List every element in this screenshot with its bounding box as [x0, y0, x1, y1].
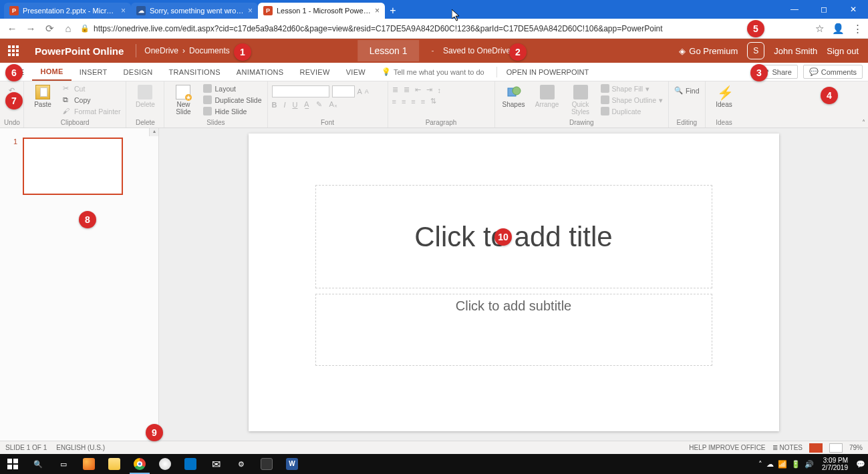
url-input[interactable]: [94, 24, 810, 33]
chrome-taskbar[interactable]: [127, 454, 152, 474]
indent-increase-button[interactable]: ⇥: [426, 85, 432, 94]
slide-thumbnails-pane[interactable]: ▴ 1: [0, 128, 159, 441]
shape-fill-button[interactable]: Shape Fill ▾: [599, 83, 665, 93]
duplicate-slide-button[interactable]: Duplicate Slide: [202, 95, 263, 105]
tab-transitions[interactable]: TRANSITIONS: [161, 63, 229, 81]
text-direction-button[interactable]: ↕: [438, 86, 442, 94]
underline-button[interactable]: U: [293, 101, 298, 109]
tell-me-search[interactable]: 💡 Tell me what you want to do: [374, 67, 492, 76]
mail-taskbar[interactable]: ✉: [203, 454, 229, 474]
task-view-button[interactable]: ▭: [51, 454, 76, 474]
align-right-button[interactable]: ≡: [411, 97, 415, 105]
word-taskbar[interactable]: W: [279, 454, 305, 474]
settings-taskbar[interactable]: ⚙: [229, 454, 254, 474]
normal-view-button[interactable]: [809, 443, 823, 453]
language-indicator[interactable]: ENGLISH (U.S.): [56, 444, 105, 451]
duplicate-button[interactable]: Duplicate: [599, 106, 665, 116]
find-button[interactable]: 🔍Find: [673, 85, 700, 95]
app-launcher-button[interactable]: [0, 39, 27, 63]
collapse-ribbon-button[interactable]: ˄: [862, 119, 865, 126]
copy-button[interactable]: ⧉Copy: [61, 95, 122, 105]
browser-tab-3[interactable]: P Lesson 1 - Microsoft PowerPoint ×: [258, 3, 385, 19]
cut-button[interactable]: ✂Cut: [61, 83, 122, 93]
home-button[interactable]: ⌂: [61, 23, 75, 34]
profile-icon[interactable]: 👤: [832, 23, 845, 35]
indent-decrease-button[interactable]: ⇤: [415, 85, 421, 94]
new-slide-button[interactable]: ★ New Slide: [168, 83, 198, 115]
subtitle-placeholder[interactable]: Click to add subtitle: [315, 294, 712, 366]
volume-tray-icon[interactable]: 🔊: [805, 460, 814, 469]
close-window-button[interactable]: ✕: [839, 0, 868, 19]
browser-tab-2[interactable]: ☁ Sorry, something went wrong - C ×: [131, 3, 258, 19]
action-center-icon[interactable]: 💬: [856, 460, 865, 469]
search-button[interactable]: 🔍: [25, 454, 51, 474]
breadcrumb-folder[interactable]: Documents: [189, 46, 230, 55]
tab-design[interactable]: DESIGN: [116, 63, 161, 81]
reload-button[interactable]: ⟳: [43, 23, 56, 35]
comments-button[interactable]: 💬 Comments: [803, 65, 863, 79]
italic-button[interactable]: I: [283, 101, 285, 109]
calculator-taskbar[interactable]: [254, 454, 279, 474]
layout-button[interactable]: Layout: [202, 83, 263, 93]
align-justify-button[interactable]: ≡: [421, 97, 425, 105]
outlook-taskbar[interactable]: [178, 454, 203, 474]
paint-taskbar[interactable]: [152, 454, 178, 474]
help-improve-link[interactable]: HELP IMPROVE OFFICE: [689, 444, 765, 451]
document-title[interactable]: Lesson 1: [357, 40, 420, 61]
firefox-taskbar[interactable]: [76, 454, 102, 474]
back-button[interactable]: ←: [5, 23, 19, 34]
skype-button[interactable]: S: [747, 42, 764, 59]
hide-slide-button[interactable]: Hide Slide: [202, 106, 263, 116]
clear-format-button[interactable]: Aₓ: [329, 100, 337, 109]
tray-chevron-icon[interactable]: ˄: [758, 460, 762, 469]
file-explorer-taskbar[interactable]: [102, 454, 127, 474]
grow-font-icon[interactable]: A: [357, 87, 362, 95]
close-icon[interactable]: ×: [248, 6, 253, 15]
shrink-font-icon[interactable]: A: [365, 88, 369, 95]
chrome-menu-icon[interactable]: ⋮: [853, 23, 863, 35]
browser-tab-1[interactable]: P Presentation 2.pptx - Microsoft P ×: [4, 3, 131, 19]
minimize-button[interactable]: —: [780, 0, 809, 19]
line-spacing-button[interactable]: ⇅: [430, 97, 436, 105]
onedrive-tray-icon[interactable]: ☁: [766, 460, 774, 469]
font-size-select[interactable]: [332, 85, 355, 97]
title-placeholder[interactable]: Click to add title: [315, 185, 712, 288]
ideas-button[interactable]: ⚡ Ideas: [710, 83, 739, 108]
quick-styles-button[interactable]: Quick Styles: [566, 83, 595, 115]
bullets-button[interactable]: ≣: [392, 85, 398, 94]
breadcrumb-root[interactable]: OneDrive: [144, 46, 178, 55]
open-in-powerpoint-button[interactable]: OPEN IN POWERPOINT: [501, 68, 594, 76]
tab-insert[interactable]: INSERT: [71, 63, 116, 81]
close-icon[interactable]: ×: [121, 6, 126, 15]
scroll-up-icon[interactable]: ▴: [149, 128, 158, 136]
start-button[interactable]: [0, 454, 25, 474]
paste-button[interactable]: Paste: [28, 83, 57, 108]
bookmark-star-icon[interactable]: ☆: [815, 23, 824, 35]
arrange-button[interactable]: Arrange: [533, 83, 562, 108]
numbering-button[interactable]: ≣: [404, 85, 410, 94]
slideshow-view-button[interactable]: [829, 443, 843, 453]
highlight-button[interactable]: ✎: [316, 100, 322, 109]
battery-tray-icon[interactable]: 🔋: [791, 460, 801, 469]
tab-home[interactable]: HOME: [32, 63, 71, 81]
notes-toggle[interactable]: ≣NOTES: [772, 444, 803, 451]
font-color-button[interactable]: A̲: [304, 100, 309, 109]
bold-button[interactable]: B: [272, 101, 277, 109]
slide-thumbnail-1[interactable]: 1: [13, 138, 145, 195]
font-family-select[interactable]: [272, 85, 329, 97]
maximize-button[interactable]: ◻: [809, 0, 839, 19]
user-name[interactable]: John Smith: [774, 46, 817, 56]
tab-animations[interactable]: ANIMATIONS: [229, 63, 292, 81]
slide-canvas-area[interactable]: Click to add title Click to add subtitle: [159, 128, 868, 441]
zoom-level[interactable]: 79%: [849, 444, 863, 451]
tab-review[interactable]: REVIEW: [291, 63, 337, 81]
taskbar-clock[interactable]: 3:09 PM 2/7/2019: [818, 457, 852, 471]
align-left-button[interactable]: ≡: [392, 97, 396, 105]
shapes-button[interactable]: Shapes: [499, 83, 529, 108]
go-premium-button[interactable]: ◈ Go Premium: [679, 46, 738, 56]
tab-view[interactable]: VIEW: [338, 63, 374, 81]
close-icon[interactable]: ×: [375, 6, 380, 15]
sign-out-link[interactable]: Sign out: [827, 46, 859, 56]
new-tab-button[interactable]: +: [385, 3, 401, 19]
network-tray-icon[interactable]: 📶: [778, 460, 787, 469]
